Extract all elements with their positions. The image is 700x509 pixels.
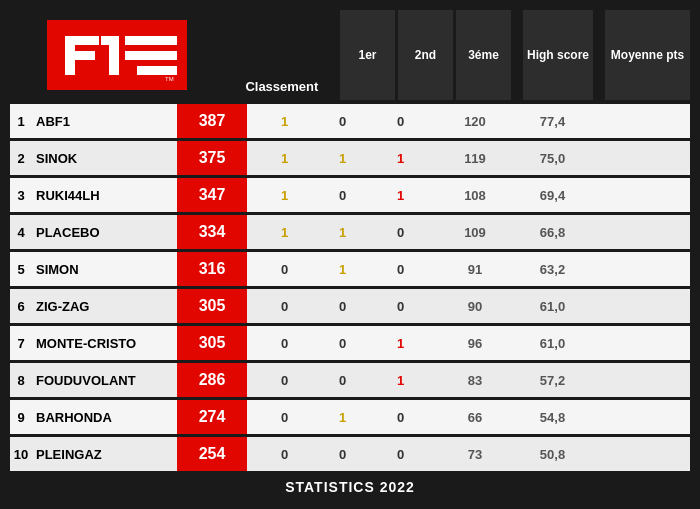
high-score: 96 (440, 336, 510, 351)
col-header-1er: 1er (340, 10, 395, 100)
high-score: 91 (440, 262, 510, 277)
name-cell: BARHONDA (32, 410, 177, 425)
pos-2nd: 1 (315, 410, 370, 425)
name-cell: PLACEBO (32, 225, 177, 240)
name-cell: SIMON (32, 262, 177, 277)
pos-3eme: 0 (373, 225, 428, 240)
table-row: 3 RUKI44LH 347 1 0 1 108 69,4 (10, 178, 690, 212)
high-score: 66 (440, 410, 510, 425)
col-header-3eme: 3éme (456, 10, 511, 100)
rank-cell: 9 (10, 400, 32, 434)
pos-2nd: 0 (315, 373, 370, 388)
score-cell: 274 (177, 400, 247, 434)
col-header-moy: Moyenne pts (605, 10, 690, 100)
table-row: 4 PLACEBO 334 1 1 0 109 66,8 (10, 215, 690, 249)
name-cell: ABF1 (32, 114, 177, 129)
pos-2nd: 0 (315, 447, 370, 462)
rank-cell: 2 (10, 141, 32, 175)
moyenne-pts: 50,8 (510, 447, 595, 462)
pos-2nd: 1 (315, 262, 370, 277)
pos-2nd: 1 (315, 151, 370, 166)
svg-marker-2 (101, 36, 109, 45)
pos-3eme: 1 (373, 188, 428, 203)
svg-marker-0 (65, 36, 99, 75)
moyenne-pts: 61,0 (510, 336, 595, 351)
svg-marker-3 (125, 36, 177, 45)
score-cell: 254 (177, 437, 247, 471)
pos-1er: 0 (257, 262, 312, 277)
name-cell: SINOK (32, 151, 177, 166)
high-score: 109 (440, 225, 510, 240)
score-cell: 334 (177, 215, 247, 249)
score-cell: 316 (177, 252, 247, 286)
score-cell: 286 (177, 363, 247, 397)
moyenne-pts: 66,8 (510, 225, 595, 240)
high-score: 90 (440, 299, 510, 314)
pos-1er: 0 (257, 299, 312, 314)
high-score: 108 (440, 188, 510, 203)
svg-marker-1 (109, 36, 119, 75)
name-cell: FOUDUVOLANT (32, 373, 177, 388)
moyenne-pts: 57,2 (510, 373, 595, 388)
score-cell: 387 (177, 104, 247, 138)
rank-cell: 3 (10, 178, 32, 212)
pos-3eme: 0 (373, 262, 428, 277)
rank-cell: 10 (10, 437, 32, 471)
pos-2nd: 1 (315, 225, 370, 240)
moyenne-pts: 61,0 (510, 299, 595, 314)
score-cell: 305 (177, 326, 247, 360)
moyenne-pts: 69,4 (510, 188, 595, 203)
pos-1er: 0 (257, 336, 312, 351)
high-score: 83 (440, 373, 510, 388)
main-container: TM Classement 1er 2nd 3éme High score Mo… (0, 0, 700, 505)
pos-3eme: 1 (373, 336, 428, 351)
pos-3eme: 0 (373, 410, 428, 425)
pos-3eme: 0 (373, 114, 428, 129)
rank-cell: 6 (10, 289, 32, 323)
table-row: 5 SIMON 316 0 1 0 91 63,2 (10, 252, 690, 286)
table-row: 6 ZIG-ZAG 305 0 0 0 90 61,0 (10, 289, 690, 323)
moyenne-pts: 63,2 (510, 262, 595, 277)
moyenne-pts: 77,4 (510, 114, 595, 129)
rank-cell: 1 (10, 104, 32, 138)
svg-marker-5 (137, 66, 177, 75)
table-row: 10 PLEINGAZ 254 0 0 0 73 50,8 (10, 437, 690, 471)
col-headers: 1er 2nd 3éme High score Moyenne pts (340, 10, 690, 100)
pos-1er: 0 (257, 410, 312, 425)
rank-cell: 5 (10, 252, 32, 286)
table-row: 9 BARHONDA 274 0 1 0 66 54,8 (10, 400, 690, 434)
name-cell: PLEINGAZ (32, 447, 177, 462)
table-row: 2 SINOK 375 1 1 1 119 75,0 (10, 141, 690, 175)
svg-marker-4 (125, 51, 177, 60)
pos-1er: 0 (257, 447, 312, 462)
pos-2nd: 0 (315, 114, 370, 129)
table-row: 7 MONTE-CRISTO 305 0 0 1 96 61,0 (10, 326, 690, 360)
score-cell: 347 (177, 178, 247, 212)
pos-2nd: 0 (315, 336, 370, 351)
pos-3eme: 1 (373, 373, 428, 388)
pos-1er: 0 (257, 373, 312, 388)
footer-label: STATISTICS 2022 (10, 479, 690, 495)
header-row: TM Classement 1er 2nd 3éme High score Mo… (10, 10, 690, 100)
pos-3eme: 0 (373, 299, 428, 314)
score-cell: 305 (177, 289, 247, 323)
col-header-high: High score (523, 10, 593, 100)
name-cell: MONTE-CRISTO (32, 336, 177, 351)
f1-logo: TM (47, 20, 187, 90)
high-score: 119 (440, 151, 510, 166)
rank-cell: 8 (10, 363, 32, 397)
high-score: 73 (440, 447, 510, 462)
high-score: 120 (440, 114, 510, 129)
f1-logo-svg: TM (57, 28, 177, 83)
svg-text:TM: TM (165, 76, 174, 82)
pos-3eme: 1 (373, 151, 428, 166)
data-table: 1 ABF1 387 1 0 0 120 77,4 2 SINOK 375 1 … (10, 104, 690, 471)
rank-cell: 4 (10, 215, 32, 249)
pos-2nd: 0 (315, 188, 370, 203)
col-header-2nd: 2nd (398, 10, 453, 100)
table-row: 1 ABF1 387 1 0 0 120 77,4 (10, 104, 690, 138)
name-cell: RUKI44LH (32, 188, 177, 203)
pos-1er: 1 (257, 188, 312, 203)
pos-3eme: 0 (373, 447, 428, 462)
rank-cell: 7 (10, 326, 32, 360)
